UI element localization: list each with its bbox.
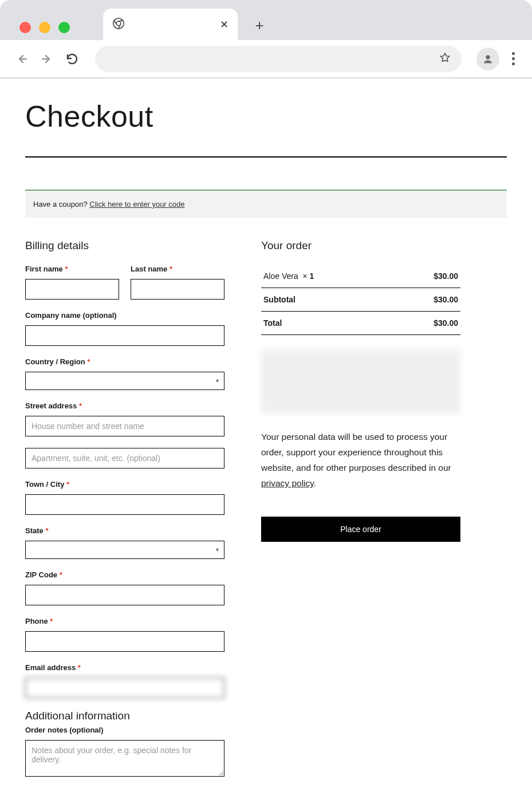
last-name-label: Last name * <box>131 265 224 273</box>
window-maximize-button[interactable] <box>58 22 70 33</box>
phone-label: Phone * <box>25 617 224 625</box>
privacy-text: Your personal data will be used to proce… <box>261 429 460 491</box>
window-close-button[interactable] <box>19 22 31 33</box>
order-table: Aloe Vera × 1 $30.00 Subtotal $30.00 Tot… <box>261 265 460 335</box>
window-minimize-button[interactable] <box>39 22 50 33</box>
last-name-input[interactable] <box>131 279 224 300</box>
email-label: Email address * <box>25 663 224 672</box>
order-item-row: Aloe Vera × 1 $30.00 <box>261 265 460 288</box>
browser-chrome: ✕ + <box>0 0 532 78</box>
state-label: State * <box>25 526 224 535</box>
first-name-input[interactable] <box>25 279 119 300</box>
star-icon[interactable] <box>439 52 451 66</box>
tab-close-icon[interactable]: ✕ <box>220 18 228 31</box>
order-total-row: Total $30.00 <box>261 312 460 335</box>
page-content: Checkout Have a coupon? Click here to en… <box>0 78 532 807</box>
window-controls <box>19 22 70 33</box>
phone-input[interactable] <box>25 631 224 652</box>
svg-point-2 <box>486 55 490 59</box>
address-bar[interactable] <box>95 46 462 72</box>
street-label: Street address * <box>25 401 224 410</box>
browser-toolbar <box>0 40 532 78</box>
subtotal-value: $30.00 <box>392 288 460 312</box>
order-notes-label: Order notes (optional) <box>25 726 224 734</box>
privacy-policy-link[interactable]: privacy policy <box>261 478 314 488</box>
order-item-name: Aloe Vera × 1 <box>261 265 392 288</box>
payment-methods-box <box>261 350 460 413</box>
additional-heading: Additional information <box>25 710 224 722</box>
billing-column: Billing details First name * Last name *… <box>25 239 224 790</box>
billing-heading: Billing details <box>25 239 224 252</box>
company-input[interactable] <box>25 325 224 346</box>
chrome-icon <box>112 17 125 32</box>
profile-button[interactable] <box>476 48 499 70</box>
place-order-button[interactable]: Place order <box>261 517 460 542</box>
order-notes-textarea[interactable] <box>25 740 224 777</box>
forward-button[interactable] <box>39 51 55 67</box>
order-heading: Your order <box>261 239 460 252</box>
zip-label: ZIP Code * <box>25 570 224 579</box>
chevron-down-icon: ▾ <box>216 546 219 553</box>
total-value: $30.00 <box>392 312 460 335</box>
company-label: Company name (optional) <box>25 311 224 320</box>
chevron-down-icon: ▾ <box>216 377 219 384</box>
street-address-input[interactable] <box>25 416 224 436</box>
country-select[interactable] <box>25 372 224 390</box>
coupon-notice: Have a coupon? Click here to enter your … <box>25 190 507 218</box>
state-select[interactable] <box>25 541 224 559</box>
coupon-link[interactable]: Click here to enter your code <box>89 200 184 208</box>
first-name-label: First name * <box>25 265 119 273</box>
street-address-2-input[interactable] <box>25 448 224 469</box>
zip-input[interactable] <box>25 585 224 605</box>
order-subtotal-row: Subtotal $30.00 <box>261 288 460 312</box>
email-input[interactable] <box>25 678 224 698</box>
coupon-prompt: Have a coupon? <box>33 200 89 208</box>
country-label: Country / Region * <box>25 357 224 366</box>
new-tab-button[interactable]: + <box>248 14 271 37</box>
order-item-total: $30.00 <box>392 265 460 288</box>
total-label: Total <box>261 312 392 335</box>
browser-menu-button[interactable] <box>509 52 518 65</box>
city-label: Town / City * <box>25 480 224 489</box>
page-title: Checkout <box>25 99 507 133</box>
title-divider <box>25 156 507 158</box>
order-column: Your order Aloe Vera × 1 $30.00 Subtotal… <box>261 239 460 542</box>
back-button[interactable] <box>14 51 30 67</box>
subtotal-label: Subtotal <box>261 288 392 312</box>
browser-tab[interactable]: ✕ <box>103 9 238 40</box>
city-input[interactable] <box>25 494 224 515</box>
reload-button[interactable] <box>64 51 80 67</box>
tab-strip: ✕ + <box>0 6 532 40</box>
